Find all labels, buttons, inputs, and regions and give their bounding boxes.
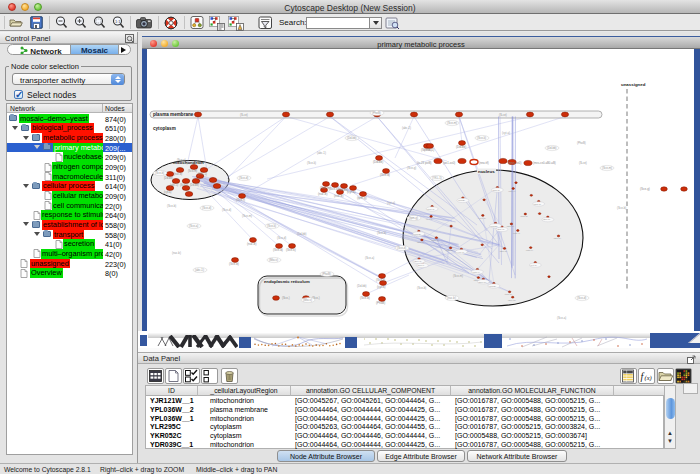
svg-text:(cyt-a): (cyt-a) [530,264,537,266]
svg-text:(Mto-v): (Mto-v) [526,249,534,251]
svg-text:(tpm-g): (tpm-g) [492,189,500,191]
svg-text:(wc1-xx0): (wc1-xx0) [443,161,455,165]
svg-text:(tpm-g): (tpm-g) [417,241,425,243]
svg-text:(Sce-b): (Sce-b) [543,218,551,220]
svg-text:(Sce-k): (Sce-k) [267,224,276,228]
svg-text:(tpm-g): (tpm-g) [520,215,528,217]
svg-text:(x): (x) [645,374,652,382]
svg-text:(Sce-b): (Sce-b) [617,206,626,210]
svg-text:1:1: 1:1 [115,19,121,24]
svg-text:(Sce-k): (Sce-k) [307,161,316,165]
svg-text:(nuc-b): (nuc-b) [172,251,181,255]
svg-text:(Sce-b): (Sce-b) [497,228,505,230]
svg-text:(Sce-): (Sce-) [282,296,290,300]
svg-text:plasma membrane: plasma membrane [153,112,194,117]
svg-text:(tpm-g): (tpm-g) [357,196,367,200]
svg-text:(Sce-g): (Sce-g) [431,239,439,241]
svg-text:(Mto-v): (Mto-v) [269,258,278,262]
svg-text:(Sce-f): (Sce-f) [180,183,188,187]
svg-text:(Sce-a): (Sce-a) [189,224,198,228]
svg-text:(Sce-b): (Sce-b) [360,296,370,300]
svg-text:(Sce-a): (Sce-a) [365,256,374,260]
svg-text:(tpm-g): (tpm-g) [427,208,435,210]
svg-text:(Sce-b): (Sce-b) [377,231,386,235]
svg-text:(Mto-v): (Mto-v) [508,190,516,192]
svg-text:(Dd-bb): (Dd-bb) [297,232,307,236]
svg-text:(PhoB): (PhoB) [414,233,421,235]
svg-text:(YKL-1): (YKL-1) [456,251,464,253]
svg-text:(Sce-m): (Sce-m) [188,169,197,173]
svg-text:(Sce-m): (Sce-m) [453,274,463,278]
svg-text:(Dd-bb): (Dd-bb) [164,176,173,180]
svg-text:(S-ce): (S-ce) [579,161,587,165]
svg-text:(YKL-1): (YKL-1) [198,172,207,176]
svg-text:(Sce-m): (Sce-m) [447,121,457,125]
svg-text:(cyt-a): (cyt-a) [347,190,356,194]
svg-text:(Sce-f): (Sce-f) [376,278,385,282]
svg-text:(PhoB): (PhoB) [322,272,331,276]
svg-text:(Sce-b): (Sce-b) [500,250,508,252]
svg-text:(abc-1): (abc-1) [195,268,204,272]
svg-text:(cyt-a): (cyt-a) [164,190,171,194]
svg-text:(Dd-bb): (Dd-bb) [456,145,466,149]
svg-text:(Sce-d): (Sce-d) [202,206,211,210]
svg-text:(Sce-d): (Sce-d) [577,296,586,300]
svg-text:(Sce-d): (Sce-d) [239,176,248,180]
svg-text:(Sce-b): (Sce-b) [417,286,426,290]
svg-text:(cyt-a): (cyt-a) [377,285,386,289]
svg-text:nucleus: nucleus [478,169,495,174]
svg-text:(Dd-bb): (Dd-bb) [190,183,199,187]
svg-text:(mvs-ce0-aB0-aB): (mvs-ce0-aB0-aB) [533,161,556,165]
svg-text:(cyt-a): (cyt-a) [387,201,395,205]
svg-text:(mrvs-ce0): (mrvs-ce0) [508,161,521,165]
svg-text:(Mto-v): (Mto-v) [513,232,521,234]
svg-text:(S-ce): (S-ce) [240,113,248,117]
svg-text:(Sce-b): (Sce-b) [229,262,239,266]
svg-text:(PhoB): (PhoB) [491,225,498,227]
svg-text:(YKL-1): (YKL-1) [424,148,434,152]
svg-text:(Sce-m): (Sce-m) [508,299,516,301]
svg-text:(Sce-g): (Sce-g) [407,166,416,170]
svg-text:(S-ce): (S-ce) [499,113,507,117]
svg-text:(Mto-v): (Mto-v) [472,271,480,273]
svg-text:(Sce-m): (Sce-m) [478,281,486,283]
svg-text:(tpm-g): (tpm-g) [505,293,513,295]
svg-text:(Sce-f): (Sce-f) [417,264,424,266]
svg-text:(Sce-m): (Sce-m) [242,214,252,218]
svg-text:(Sce-b): (Sce-b) [167,204,176,208]
svg-text:(nuc-b): (nuc-b) [174,172,182,176]
svg-text:(nno-ttf): (nno-ttf) [479,161,489,165]
svg-text:(PhoB): (PhoB) [458,199,465,201]
svg-text:(Sce-g): (Sce-g) [640,187,650,191]
svg-text:(PhoB): (PhoB) [489,285,496,287]
svg-text:(Sce-f): (Sce-f) [236,198,245,202]
svg-text:(Mto-v): (Mto-v) [303,298,312,302]
svg-text:(Sce-b): (Sce-b) [155,171,164,175]
svg-text:(PhoB): (PhoB) [376,301,385,305]
svg-text:(Sce-d): (Sce-d) [273,248,283,252]
svg-text:(Sce-d): (Sce-d) [222,208,231,212]
svg-text:(PhoB): (PhoB) [577,141,586,145]
svg-text:(nuc-b): (nuc-b) [318,192,328,196]
svg-text:cytoplasm: cytoplasm [153,126,176,131]
svg-text:(tpm-g): (tpm-g) [534,203,542,205]
svg-text:(Sce-k): (Sce-k) [554,237,562,239]
svg-text:unassigned: unassigned [621,82,646,87]
svg-text:(PhoB): (PhoB) [372,111,381,115]
svg-text:(ts-23 pxtB): (ts-23 pxtB) [417,161,432,165]
svg-text:(abc-1): (abc-1) [317,151,326,155]
svg-text:(YKL-1): (YKL-1) [478,217,486,219]
svg-text:(YKL-1): (YKL-1) [432,176,442,180]
svg-text:(Sce-a): (Sce-a) [557,316,566,320]
svg-text:(abc-1): (abc-1) [170,183,178,187]
svg-text:(nuc-b): (nuc-b) [334,194,344,198]
svg-text:(tpm-g): (tpm-g) [409,216,418,220]
svg-text:(Sce-k): (Sce-k) [477,136,486,140]
svg-text:(Dd-bb): (Dd-bb) [547,146,557,150]
svg-text:(Sce-d): (Sce-d) [414,260,422,262]
svg-text:(abc-1): (abc-1) [402,126,411,130]
svg-text:(cyt-a): (cyt-a) [502,131,510,135]
svg-text:(Sce-k): (Sce-k) [286,248,296,252]
svg-text:(Sce-d): (Sce-d) [397,246,406,250]
svg-text:(Sce-m): (Sce-m) [602,166,612,170]
